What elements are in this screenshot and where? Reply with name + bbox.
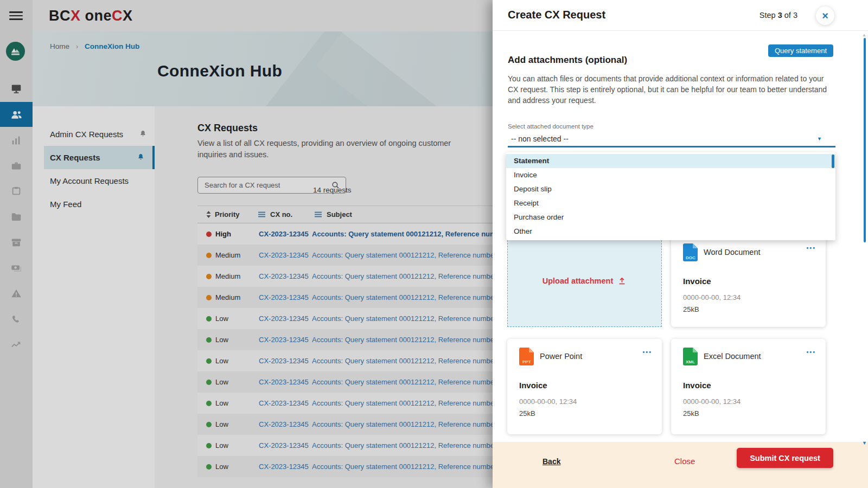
create-cx-request-drawer: Create CX Request Step 3 of 3 × Query st… xyxy=(493,0,868,488)
modal-scrim xyxy=(0,0,493,488)
dropdown-option-other[interactable]: Other xyxy=(506,224,835,239)
attachment-type: Excel Document xyxy=(704,352,761,361)
dropdown-option-receipt[interactable]: Receipt xyxy=(506,196,835,210)
attachment-datetime: 0000-00-00, 12:34 xyxy=(683,397,741,406)
document-type-dropdown: Statement Invoice Deposit slip Receipt P… xyxy=(506,152,835,240)
svg-text:PPT: PPT xyxy=(522,359,531,364)
more-options-icon[interactable]: ••• xyxy=(806,349,816,355)
attachment-size: 25kB xyxy=(683,305,699,313)
dropdown-option-invoice[interactable]: Invoice xyxy=(506,168,835,182)
attachment-card-word[interactable]: DOC Word Document ••• Invoice 0000-00-00… xyxy=(671,235,826,327)
back-button[interactable]: Back xyxy=(542,457,560,466)
more-options-icon[interactable]: ••• xyxy=(642,349,652,355)
drawer-header: Create CX Request Step 3 of 3 × xyxy=(493,0,868,31)
attachment-size: 25kB xyxy=(683,409,699,418)
upload-icon xyxy=(617,277,627,286)
attachment-datetime: 0000-00-00, 12:34 xyxy=(683,293,741,301)
svg-text:XML: XML xyxy=(686,359,695,364)
submit-cx-request-button[interactable]: Submit CX request xyxy=(737,448,833,468)
dropdown-option-purchase-order[interactable]: Purchase order xyxy=(506,210,835,224)
drawer-title: Create CX Request xyxy=(508,9,605,21)
dropdown-option-deposit-slip[interactable]: Deposit slip xyxy=(506,182,835,196)
chevron-down-icon[interactable]: ▼ xyxy=(817,136,822,142)
scrollbar-up-arrow[interactable]: ▲ xyxy=(862,33,866,37)
attachment-card-excel[interactable]: XML Excel Document ••• Invoice 0000-00-0… xyxy=(671,339,826,434)
select-underline xyxy=(508,146,835,147)
close-button[interactable]: × xyxy=(816,7,834,25)
attachments-heading: Add attachments (optional) xyxy=(508,55,627,66)
scrollbar-down-arrow[interactable]: ▼ xyxy=(862,440,867,446)
powerpoint-file-icon: PPT xyxy=(519,348,534,368)
dropdown-scrollbar[interactable] xyxy=(832,155,834,168)
query-statement-chip[interactable]: Query statement xyxy=(768,44,833,57)
attachment-type: Power Point xyxy=(540,352,582,361)
attachment-title: Invoice xyxy=(519,381,547,390)
attachment-title: Invoice xyxy=(683,277,711,286)
more-options-icon[interactable]: ••• xyxy=(806,245,816,251)
attachment-datetime: 0000-00-00, 12:34 xyxy=(519,397,577,406)
attachments-description: You can attach files or documents that p… xyxy=(508,73,830,106)
attachment-size: 25kB xyxy=(519,409,535,418)
drawer-footer: Back Close Submit CX request xyxy=(493,442,868,488)
close-drawer-button[interactable]: Close xyxy=(674,457,695,466)
close-icon: × xyxy=(822,10,828,22)
document-type-select[interactable]: -- non selected -- xyxy=(511,134,569,143)
excel-file-icon: XML xyxy=(683,348,698,368)
upload-label: Upload attachment xyxy=(542,277,614,285)
svg-text:DOC: DOC xyxy=(686,255,695,260)
document-type-label: Select attached document type xyxy=(508,123,593,130)
attachment-card-powerpoint[interactable]: PPT Power Point ••• Invoice 0000-00-00, … xyxy=(507,339,662,434)
app-window: BCX oneCX Home › ConneXion Hub ConneXion… xyxy=(0,0,868,488)
scrollbar-thumb[interactable] xyxy=(864,38,866,242)
upload-attachment-dropzone[interactable]: Upload attachment xyxy=(507,235,662,327)
word-file-icon: DOC xyxy=(683,243,698,264)
step-indicator: Step 3 of 3 xyxy=(760,11,797,20)
attachment-title: Invoice xyxy=(683,381,711,390)
attachment-type: Word Document xyxy=(704,248,761,256)
dropdown-option-statement[interactable]: Statement xyxy=(506,154,835,168)
